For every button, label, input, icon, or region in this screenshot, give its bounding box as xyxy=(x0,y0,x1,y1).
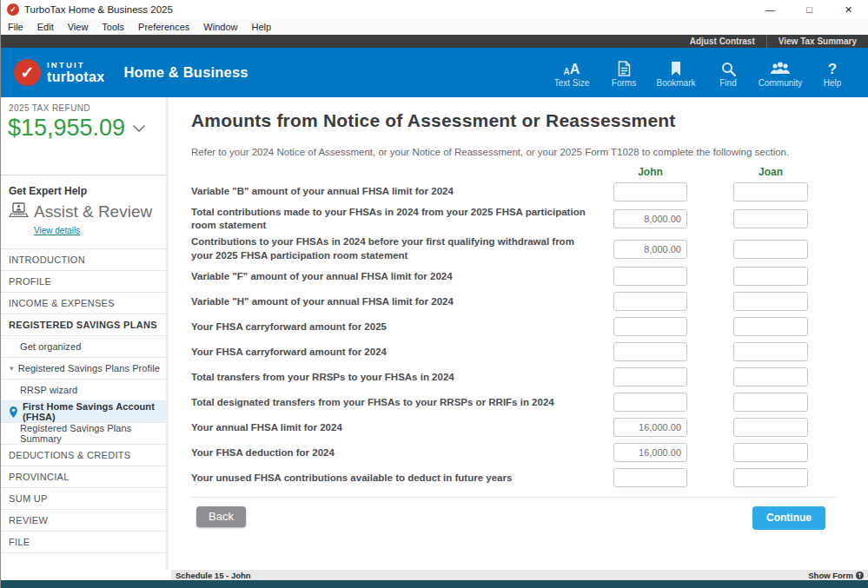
amount-input-joan[interactable] xyxy=(733,292,808,311)
header-toolbar: AA Text Size Forms Bookmark Find xyxy=(548,58,856,88)
amount-input-john[interactable] xyxy=(613,267,687,286)
refund-amount: $15,955.09 xyxy=(8,115,125,142)
form-row-label: Total contributions made to your FHSAs i… xyxy=(191,206,613,232)
amount-input-joan[interactable] xyxy=(733,367,808,386)
sidebar-nav-label: Registered Savings Plans Profile xyxy=(18,363,160,373)
body: 2025 TAX REFUND $15,955.09 Get Expert He… xyxy=(1,97,868,570)
column-header-joan: Joan xyxy=(733,166,808,178)
show-form-icon xyxy=(856,571,864,579)
form-row-label: Contributions to your FHSAs in 2024 befo… xyxy=(191,235,613,261)
form-row: Your FHSA deduction for 2024 xyxy=(191,440,868,466)
form-rows: Variable "B" amount of your annual FHSA … xyxy=(191,179,868,491)
forms-button[interactable]: Forms xyxy=(600,58,647,88)
amount-input-john[interactable] xyxy=(613,209,687,228)
product-name: Home & Business xyxy=(123,64,248,81)
amount-input-joan[interactable] xyxy=(733,240,808,259)
column-headers: John Joan xyxy=(191,166,868,178)
sidebar-nav-item[interactable]: INTRODUCTION xyxy=(1,249,166,271)
sidebar-nav-item[interactable]: PROFILE xyxy=(1,271,166,293)
continue-button[interactable]: Continue xyxy=(752,506,825,530)
amount-input-joan[interactable] xyxy=(733,209,808,228)
form-row-label: Your unused FHSA contributions available… xyxy=(191,472,613,485)
brand-lockup: INTUIT turbotax xyxy=(47,61,104,84)
sidebar-nav-item[interactable]: Get organized xyxy=(1,336,166,358)
assist-review-title: Assist & Review xyxy=(34,202,152,221)
assist-review-row: Assist & Review xyxy=(9,202,166,221)
help-button[interactable]: ? Help xyxy=(809,58,856,88)
window-controls: — □ ✕ xyxy=(751,0,868,19)
sidebar-nav: INTRODUCTION PROFILE INCOME & EXPENSES R… xyxy=(1,248,166,553)
show-form-label: Show Form xyxy=(808,571,853,580)
menu-edit[interactable]: Edit xyxy=(37,22,54,32)
menu-window[interactable]: Window xyxy=(203,22,237,32)
form-row: Total designated transfers from your FHS… xyxy=(191,390,868,415)
amount-input-joan[interactable] xyxy=(733,393,808,412)
menu-file[interactable]: File xyxy=(8,22,23,32)
amount-input-john[interactable] xyxy=(613,342,687,361)
amount-input-john[interactable] xyxy=(613,240,687,259)
menu-tools[interactable]: Tools xyxy=(102,22,124,32)
amount-input-john[interactable] xyxy=(613,317,687,336)
view-details-link[interactable]: View details xyxy=(34,226,80,235)
amount-input-john[interactable] xyxy=(613,468,687,487)
content-divider xyxy=(191,497,837,498)
menu-preferences[interactable]: Preferences xyxy=(138,22,189,32)
view-tax-summary-button[interactable]: View Tax Summary xyxy=(766,35,868,48)
turbotax-wordmark: turbotax xyxy=(47,70,104,84)
text-size-button[interactable]: AA Text Size xyxy=(548,58,595,88)
intuit-wordmark: INTUIT xyxy=(47,61,104,69)
amount-input-joan[interactable] xyxy=(733,317,808,336)
sidebar-nav-item[interactable]: SUM UP xyxy=(1,488,166,510)
sidebar-nav-label: Get organized xyxy=(20,341,81,352)
menu-help[interactable]: Help xyxy=(251,22,271,32)
sidebar-nav-label: PROVINCIAL xyxy=(9,472,70,482)
sidebar-nav-item[interactable]: FILE xyxy=(1,532,166,553)
button-row: Back Continue xyxy=(191,506,825,530)
back-button[interactable]: Back xyxy=(196,506,246,527)
sidebar-nav-item[interactable]: Registered Savings Plans Summary xyxy=(1,423,166,445)
amount-input-john[interactable] xyxy=(613,182,687,202)
sidebar-nav-item[interactable]: REGISTERED SAVINGS PLANS xyxy=(1,314,166,336)
amount-input-joan[interactable] xyxy=(733,443,808,462)
sidebar-nav-item[interactable]: INCOME & EXPENSES xyxy=(1,293,166,314)
amount-input-joan[interactable] xyxy=(733,342,808,361)
show-form-button[interactable]: Show Form xyxy=(808,571,864,580)
amount-input-john[interactable] xyxy=(613,418,687,437)
amount-input-john[interactable] xyxy=(613,393,687,412)
sidebar-nav-item[interactable]: RRSP wizard xyxy=(1,380,166,401)
close-button[interactable]: ✕ xyxy=(829,0,868,19)
bookmark-button[interactable]: Bookmark xyxy=(653,58,699,88)
community-button[interactable]: Community xyxy=(757,58,804,88)
column-spacer xyxy=(191,166,613,178)
form-row-label: Your FHSA carryforward amount for 2025 xyxy=(191,320,613,334)
amount-input-joan[interactable] xyxy=(733,182,808,202)
amount-input-joan[interactable] xyxy=(733,418,808,437)
amount-input-joan[interactable] xyxy=(733,468,808,487)
menu-view[interactable]: View xyxy=(68,22,89,32)
sidebar-nav-label: REGISTERED SAVINGS PLANS xyxy=(9,320,157,330)
amount-input-joan[interactable] xyxy=(733,267,808,286)
status-bar: Schedule 15 - John Show Form xyxy=(1,570,868,580)
status-bar-spacer xyxy=(1,570,171,580)
refund-amount-row[interactable]: $15,955.09 xyxy=(8,115,166,142)
form-row-label: Your FHSA carryforward amount for 2024 xyxy=(191,346,613,359)
sidebar-nav-item[interactable]: DEDUCTIONS & CREDITS xyxy=(1,445,166,466)
amount-input-john[interactable] xyxy=(613,443,687,462)
maximize-button[interactable]: □ xyxy=(790,0,829,19)
tool-label: Bookmark xyxy=(656,78,695,88)
tool-label: Find xyxy=(719,78,736,88)
adjust-contrast-button[interactable]: Adjust Contrast xyxy=(679,35,766,48)
sidebar-nav-item[interactable]: First Home Savings Account (FHSA) xyxy=(1,401,166,423)
sidebar-nav-label: First Home Savings Account (FHSA) xyxy=(23,401,166,422)
tool-label: Forms xyxy=(612,78,636,88)
form-row-label: Total designated transfers from your FHS… xyxy=(191,396,613,409)
amount-input-john[interactable] xyxy=(613,367,687,386)
bookmark-icon xyxy=(671,60,681,76)
minimize-button[interactable]: — xyxy=(751,0,790,19)
amount-input-john[interactable] xyxy=(613,292,687,311)
sidebar-nav-item[interactable]: PROVINCIAL xyxy=(1,466,166,488)
sidebar-nav-item[interactable]: REVIEW xyxy=(1,510,166,532)
find-button[interactable]: Find xyxy=(705,58,752,88)
app-window: ✓ TurboTax Home & Business 2025 — □ ✕ Fi… xyxy=(0,0,868,588)
sidebar-nav-item[interactable]: ▾ Registered Savings Plans Profile xyxy=(1,358,166,380)
